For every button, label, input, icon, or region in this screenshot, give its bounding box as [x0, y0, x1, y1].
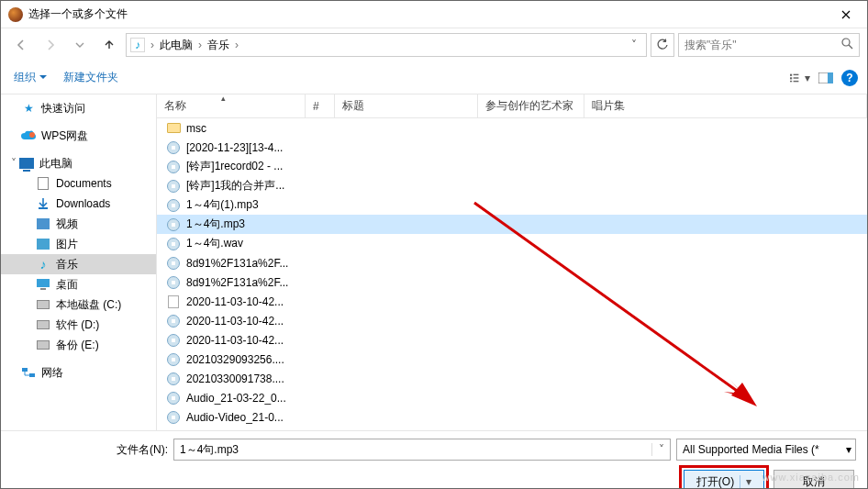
file-name: 2020-11-03-10-42...: [186, 295, 284, 308]
file-row[interactable]: 8d91%2F131a%2F...: [157, 272, 867, 292]
col-number[interactable]: #: [306, 94, 335, 117]
sidebar-videos[interactable]: 视频: [1, 214, 156, 234]
collapse-icon[interactable]: ˅: [8, 157, 19, 170]
sidebar-music[interactable]: ♪音乐: [1, 254, 156, 274]
preview-pane-button[interactable]: [816, 68, 836, 88]
document-icon: [166, 295, 181, 309]
filetype-label: All Supported Media Files (*: [683, 443, 846, 456]
sidebar-downloads[interactable]: Downloads: [1, 194, 156, 214]
col-artist[interactable]: 参与创作的艺术家: [478, 94, 584, 117]
chevron-right-icon: ›: [233, 39, 240, 51]
refresh-button[interactable]: [651, 33, 674, 57]
svg-rect-6: [794, 80, 799, 81]
file-row[interactable]: 20210330091738....: [157, 369, 867, 388]
sidebar-wps[interactable]: WPS网盘: [1, 126, 156, 146]
audio-file-icon: [166, 160, 181, 174]
file-name: 1～4句.wav: [186, 236, 243, 251]
file-row[interactable]: 1～4句.wav: [157, 234, 867, 253]
svg-rect-13: [22, 368, 28, 372]
audio-file-icon: [166, 256, 181, 271]
organize-menu[interactable]: 组织: [14, 70, 47, 85]
file-row[interactable]: msc: [157, 118, 867, 138]
svg-rect-3: [790, 80, 792, 81]
file-name: 2020-11-03-10-42...: [186, 315, 284, 328]
sidebar-desktop[interactable]: 桌面: [1, 274, 156, 295]
col-title[interactable]: 标题: [335, 94, 478, 117]
svg-rect-10: [39, 207, 48, 209]
title-bar: 选择一个或多个文件: [1, 1, 867, 28]
file-row[interactable]: 2020-11-03-10-42...: [157, 311, 867, 330]
file-row[interactable]: 2020-11-03-10-42...: [157, 330, 867, 350]
file-name: [铃声]1record02 - ...: [186, 159, 283, 174]
new-folder-button[interactable]: 新建文件夹: [63, 70, 118, 85]
breadcrumb-seg-music[interactable]: 音乐: [204, 38, 233, 53]
file-name: 20210329093256....: [186, 353, 284, 366]
file-row[interactable]: 8d91%2F131a%2F...: [157, 253, 867, 272]
sidebar-this-pc[interactable]: ˅此电脑: [1, 153, 156, 173]
sidebar-drive-c[interactable]: 本地磁盘 (C:): [1, 295, 156, 315]
file-name: Audio-Video_21-0...: [186, 411, 284, 424]
sidebar-drive-e[interactable]: 备份 (E:): [1, 335, 156, 355]
sort-indicator-icon: ▴: [221, 94, 226, 103]
col-name[interactable]: 名称: [157, 94, 306, 117]
filename-dropdown[interactable]: ˅: [651, 443, 670, 456]
file-row[interactable]: [铃声]1我的合并声...: [157, 176, 867, 195]
open-button[interactable]: 打开(O) ▾: [684, 470, 764, 489]
search-input[interactable]: 搜索"音乐": [678, 33, 860, 57]
file-row[interactable]: 1～4句(1).mp3: [157, 195, 867, 215]
file-row[interactable]: Audio-Video_21-0...: [157, 407, 867, 427]
sidebar-pictures[interactable]: 图片: [1, 234, 156, 254]
app-icon: [8, 7, 23, 22]
sidebar-quick-access[interactable]: ★快速访问: [1, 98, 156, 118]
music-folder-icon: ♪: [130, 38, 145, 52]
drive-icon: [36, 338, 50, 352]
open-split-icon[interactable]: ▾: [740, 475, 751, 488]
sidebar-drive-d[interactable]: 软件 (D:): [1, 315, 156, 335]
cancel-button[interactable]: 取消: [773, 470, 854, 489]
file-row[interactable]: 20210329093256....: [157, 350, 867, 369]
document-icon: [36, 176, 50, 191]
filetype-dropdown[interactable]: All Supported Media Files (* ▾: [676, 439, 856, 461]
music-note-icon: ♪: [36, 257, 50, 272]
nav-up[interactable]: [96, 32, 122, 58]
breadcrumb-seg-thispc[interactable]: 此电脑: [156, 38, 196, 53]
image-icon: [36, 237, 50, 251]
audio-file-icon: [166, 275, 181, 290]
breadcrumb[interactable]: ♪ › 此电脑 › 音乐 › ˅: [126, 33, 647, 57]
nav-row: ♪ › 此电脑 › 音乐 › ˅ 搜索"音乐": [1, 28, 867, 61]
file-name: 20210330091738....: [186, 372, 284, 385]
sidebar-documents[interactable]: Documents: [1, 173, 156, 194]
file-row[interactable]: Audio_21-03-22_0...: [157, 388, 867, 407]
dialog-footer: 文件名(N): ˅ All Supported Media Files (* ▾…: [1, 430, 867, 489]
help-button[interactable]: ?: [841, 70, 858, 86]
chevron-right-icon: ›: [149, 39, 156, 51]
file-row[interactable]: 1～4句.mp3: [157, 215, 867, 234]
cloud-icon: [21, 128, 36, 143]
desktop-icon: [36, 277, 50, 292]
chevron-right-icon: ›: [196, 39, 204, 51]
breadcrumb-history-dropdown[interactable]: ˅: [626, 39, 642, 51]
col-album[interactable]: 唱片集: [584, 94, 867, 117]
network-icon: [21, 365, 36, 380]
svg-rect-2: [790, 77, 792, 79]
svg-rect-11: [37, 279, 50, 287]
download-icon: [36, 196, 50, 211]
file-list[interactable]: msc[2020-11-23][13-4...[铃声]1record02 - .…: [157, 118, 867, 430]
nav-back[interactable]: [8, 32, 34, 58]
filename-input[interactable]: [174, 439, 651, 460]
audio-file-icon: [166, 352, 181, 367]
audio-file-icon: [166, 372, 181, 386]
svg-rect-1: [790, 73, 792, 75]
file-row[interactable]: [铃声]1record02 - ...: [157, 157, 867, 176]
close-button[interactable]: [825, 1, 867, 28]
nav-recent-dropdown[interactable]: [67, 32, 93, 58]
nav-forward[interactable]: [38, 32, 63, 58]
main-area: ★快速访问 WPS网盘 ˅此电脑 Documents Downloads 视频 …: [1, 94, 867, 430]
file-name: Audio_21-03-22_0...: [186, 392, 286, 405]
sidebar-network[interactable]: 网络: [1, 362, 156, 383]
file-row[interactable]: [2020-11-23][13-4...: [157, 138, 867, 157]
view-mode-button[interactable]: ▾: [790, 68, 810, 88]
file-row[interactable]: 2020-11-03-10-42...: [157, 292, 867, 311]
drive-icon: [36, 297, 50, 312]
column-headers: ▴ 名称 # 标题 参与创作的艺术家 唱片集: [157, 94, 867, 118]
